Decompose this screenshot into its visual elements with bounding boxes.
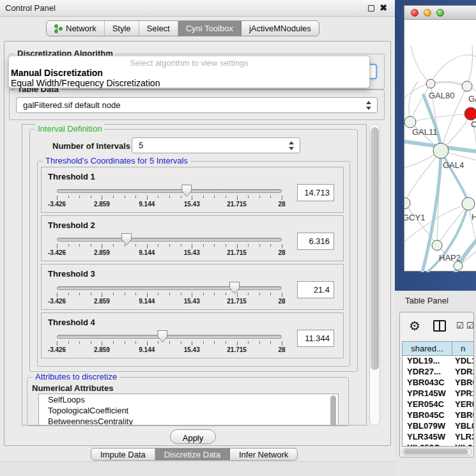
- slider-handle-face: [122, 234, 131, 245]
- ruler-tick: [237, 196, 238, 200]
- slider-track[interactable]: [57, 189, 282, 193]
- table-row[interactable]: YBR045CYBR0: [403, 410, 473, 421]
- attribute-list-item[interactable]: TopologicalCoefficient: [39, 405, 338, 416]
- menu-item-equal-width-frequency[interactable]: Equal Width/Frequency Discretization: [11, 78, 160, 88]
- checkbox-icon[interactable]: ☑: [466, 321, 474, 330]
- interval-definition-title: Interval Definition: [35, 124, 104, 134]
- cell-name: YBR0: [452, 410, 473, 421]
- threshold-value-field[interactable]: 11.344: [297, 330, 334, 347]
- cell-name: YPR1: [452, 388, 473, 399]
- table-data-combo[interactable]: galFiltered.sif default node: [16, 97, 378, 113]
- close-traffic-light-icon[interactable]: [411, 9, 418, 17]
- network-graph-canvas[interactable]: GAL80GACGAL11GAL4GCY1HHAP2: [404, 20, 476, 272]
- tab-style[interactable]: Style: [105, 21, 139, 36]
- tab-network[interactable]: Network: [47, 21, 105, 36]
- network-node[interactable]: [462, 197, 475, 210]
- cell-shared-name: YPR145W: [403, 388, 452, 399]
- ruler-tick: [203, 196, 204, 198]
- ruler-tick: [248, 244, 249, 247]
- network-node[interactable]: [432, 240, 442, 250]
- tab-infer-network[interactable]: Infer Network: [230, 449, 297, 460]
- horizontal-scrollbar[interactable]: [402, 448, 472, 456]
- attribute-list-item[interactable]: BetweennessCentrality: [39, 416, 338, 426]
- table-toolbar: ⚙ ☑ ☑: [400, 312, 473, 339]
- cell-shared-name: YBR043C: [403, 378, 452, 388]
- ruler-tick: [214, 244, 215, 247]
- cell-name: YBL0: [452, 421, 473, 432]
- slider-handle[interactable]: [121, 233, 132, 245]
- tab-impute-data[interactable]: Impute Data: [91, 449, 155, 460]
- ruler-tick: [226, 196, 226, 198]
- slider-handle[interactable]: [229, 282, 240, 294]
- network-node[interactable]: [404, 116, 416, 128]
- cell-shared-name: YIL052C: [403, 443, 452, 447]
- network-node[interactable]: [454, 261, 463, 270]
- ruler-tick: [237, 244, 238, 249]
- table-row[interactable]: YBR043CYBR0: [403, 378, 473, 388]
- apply-button[interactable]: Apply: [170, 429, 216, 444]
- ruler-tick-label: -3.426: [48, 346, 66, 353]
- control-panel-window: Control Panel ✖ NetworkStyleSelectCyni T…: [0, 0, 395, 476]
- checkbox-icon[interactable]: ☑: [456, 321, 464, 330]
- threshold-value-field[interactable]: 6.316: [297, 233, 334, 250]
- tab-discretize-data[interactable]: Discretize Data: [155, 449, 230, 460]
- ruler-tick: [259, 196, 260, 198]
- ruler-tick-label: 9.144: [139, 201, 155, 208]
- table-row[interactable]: YIL052CYIL0: [403, 443, 473, 447]
- ruler-tick: [169, 293, 170, 295]
- slider-track[interactable]: [57, 286, 282, 290]
- slider-track[interactable]: [57, 335, 282, 339]
- network-node[interactable]: [462, 81, 472, 91]
- numerical-attributes-list[interactable]: SelfLoopsTopologicalCoefficientBetweenne…: [38, 394, 339, 426]
- ruler-tick-label: 9.144: [139, 298, 155, 305]
- column-header-name[interactable]: n: [452, 342, 473, 355]
- table-row[interactable]: YDR27...YDR2: [403, 367, 473, 378]
- network-node[interactable]: [404, 197, 410, 209]
- ruler-tick-label: -3.426: [48, 249, 66, 256]
- ruler-tick: [135, 244, 136, 247]
- attribute-list-item[interactable]: SelfLoops: [39, 394, 338, 405]
- cell-shared-name: YBR045C: [403, 410, 452, 421]
- table-row[interactable]: YPR145WYPR1: [403, 388, 473, 399]
- columns-icon[interactable]: [433, 320, 446, 332]
- slider-track[interactable]: [57, 238, 282, 242]
- tab-select[interactable]: Select: [139, 21, 178, 36]
- table-row[interactable]: YLR345WYLR3: [403, 432, 473, 443]
- list-scrollbar-thumb[interactable]: [330, 395, 336, 426]
- network-node[interactable]: [464, 107, 476, 120]
- tab-jactivemnodules[interactable]: jActiveMNodules: [242, 21, 319, 36]
- ruler-tick: [192, 293, 192, 297]
- close-icon[interactable]: ✖: [380, 3, 387, 13]
- ruler-tick-label: 2.859: [94, 298, 110, 305]
- ruler-tick: [91, 244, 91, 247]
- ruler-tick: [169, 196, 170, 198]
- network-node-label: HAP2: [439, 253, 461, 263]
- ruler-tick: [135, 196, 136, 198]
- table-row[interactable]: YBL079WYBL0: [403, 421, 473, 432]
- gear-icon[interactable]: ⚙: [409, 318, 420, 334]
- table-row[interactable]: YDL19...YDL1: [403, 356, 473, 367]
- network-node[interactable]: [433, 143, 449, 158]
- ruler-tick: [192, 196, 192, 200]
- ruler-tick: [57, 244, 58, 249]
- slider-handle[interactable]: [157, 330, 167, 342]
- number-of-intervals-combo[interactable]: 5: [132, 137, 300, 153]
- slider-handle[interactable]: [181, 185, 192, 197]
- threshold-value-field[interactable]: 21.4: [297, 281, 334, 298]
- column-header-shared-name[interactable]: shared...: [403, 342, 452, 355]
- scrollbar-thumb[interactable]: [371, 127, 379, 370]
- threshold-value-field[interactable]: 14.713: [297, 184, 334, 201]
- scrollbar-thumb[interactable]: [404, 449, 468, 454]
- ruler-tick: [113, 196, 114, 198]
- table-row[interactable]: YER054CYER0: [403, 399, 473, 410]
- float-window-icon[interactable]: [368, 5, 374, 12]
- bottom-strip: [0, 461, 395, 476]
- network-node[interactable]: [426, 79, 435, 88]
- minimize-traffic-light-icon[interactable]: [424, 9, 431, 17]
- tab-cyni-toolbox[interactable]: Cyni Toolbox: [178, 21, 242, 36]
- vertical-scrollbar[interactable]: [369, 124, 380, 426]
- network-node-label: H: [472, 212, 476, 222]
- menu-item-manual-discretization[interactable]: Manual Discretization: [11, 68, 103, 78]
- zoom-traffic-light-icon[interactable]: [436, 9, 444, 17]
- ruler-tick-label: 21.715: [227, 249, 247, 256]
